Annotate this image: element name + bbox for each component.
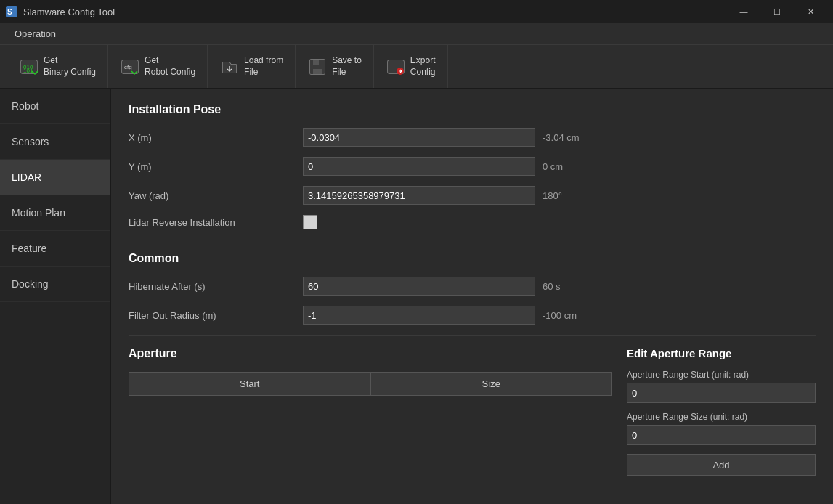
export-config-icon (386, 57, 406, 77)
filter-radius-label: Filter Out Radius (m) (129, 310, 303, 321)
get-robot-config-label: GetRobot Config (145, 55, 195, 78)
close-button[interactable]: ✕ (794, 0, 827, 23)
menu-bar: Operation (0, 23, 833, 45)
filter-radius-input[interactable] (303, 306, 535, 325)
maximize-button[interactable]: ☐ (760, 0, 794, 23)
form-row-x: X (m) -3.04 cm (129, 128, 816, 147)
sidebar-item-lidar[interactable]: LIDAR (0, 160, 110, 195)
yaw-input[interactable] (303, 186, 535, 205)
yaw-unit: 180° (543, 190, 586, 201)
form-row-yaw: Yaw (rad) 180° (129, 186, 816, 205)
aperture-table-area: Aperture Start Size (129, 347, 612, 396)
hibernate-unit: 60 s (543, 281, 586, 292)
sidebar-item-sensors[interactable]: Sensors (0, 124, 110, 160)
minimize-button[interactable]: — (727, 0, 760, 23)
installation-pose-title: Installation Pose (129, 103, 816, 116)
aperture-range-start-label: Aperture Range Start (unit: rad) (627, 370, 816, 380)
load-from-file-label: Load fromFile (244, 55, 283, 78)
hibernate-label: Hibernate After (s) (129, 281, 303, 292)
form-row-hibernate: Hibernate After (s) 60 s (129, 277, 816, 296)
aperture-title: Aperture (129, 347, 612, 360)
title-bar: S Slamware Config Tool — ☐ ✕ (0, 0, 833, 23)
get-robot-config-button[interactable]: cfg GetRobot Config (108, 45, 208, 88)
svg-rect-11 (313, 60, 319, 65)
add-button[interactable]: Add (627, 454, 816, 476)
sidebar: Robot Sensors LIDAR Motion Plan Feature … (0, 89, 111, 504)
export-config-button[interactable]: ExportConfig (374, 45, 448, 88)
save-to-file-icon (307, 57, 328, 77)
x-input[interactable] (303, 128, 535, 147)
get-robot-config-icon: cfg (120, 57, 140, 77)
common-title: Common (129, 252, 816, 265)
yaw-label: Yaw (rad) (129, 190, 303, 201)
get-binary-config-button[interactable]: 010 101 GetBinary Config (7, 45, 108, 88)
sidebar-item-robot[interactable]: Robot (0, 89, 110, 124)
aperture-col-start: Start (129, 373, 371, 395)
get-binary-config-label: GetBinary Config (44, 55, 96, 78)
separator-2 (129, 335, 816, 336)
y-input[interactable] (303, 157, 535, 176)
aperture-range-size-input[interactable] (627, 425, 816, 445)
content-area: Installation Pose X (m) -3.04 cm Y (m) 0… (111, 89, 833, 504)
y-unit: 0 cm (543, 161, 586, 172)
main-layout: Robot Sensors LIDAR Motion Plan Feature … (0, 89, 833, 504)
aperture-table-header: Start Size (129, 372, 612, 396)
x-label: X (m) (129, 132, 303, 143)
edit-aperture-title: Edit Aperture Range (627, 347, 816, 359)
form-row-filter-radius: Filter Out Radius (m) -100 cm (129, 306, 816, 325)
svg-text:101: 101 (23, 68, 33, 74)
sidebar-item-docking[interactable]: Docking (0, 267, 110, 302)
save-to-file-label: Save toFile (332, 55, 362, 78)
aperture-range-start-input[interactable] (627, 383, 816, 403)
separator-1 (129, 240, 816, 240)
window-controls: — ☐ ✕ (727, 0, 827, 23)
y-label: Y (m) (129, 161, 303, 172)
sidebar-item-feature[interactable]: Feature (0, 231, 110, 267)
load-from-file-button[interactable]: Load fromFile (208, 45, 296, 88)
lidar-reverse-label: Lidar Reverse Installation (129, 217, 303, 228)
svg-text:cfg: cfg (124, 64, 132, 70)
get-binary-config-icon: 010 101 (19, 57, 39, 77)
x-unit: -3.04 cm (543, 132, 586, 143)
aperture-col-size: Size (371, 373, 612, 395)
menu-item-operation[interactable]: Operation (6, 25, 65, 42)
aperture-container: Aperture Start Size Edit Aperture Range … (129, 347, 816, 476)
title-bar-left: S Slamware Config Tool (6, 6, 115, 17)
window-title: Slamware Config Tool (23, 7, 115, 17)
load-from-file-icon (219, 57, 240, 77)
save-to-file-button[interactable]: Save toFile (296, 45, 374, 88)
export-config-label: ExportConfig (410, 55, 436, 78)
aperture-range-size-label: Aperture Range Size (unit: rad) (627, 412, 816, 422)
svg-text:S: S (7, 8, 12, 16)
sidebar-item-motion-plan[interactable]: Motion Plan (0, 195, 110, 231)
app-icon: S (6, 6, 17, 17)
hibernate-input[interactable] (303, 277, 535, 296)
edit-aperture-panel: Edit Aperture Range Aperture Range Start… (627, 347, 816, 476)
form-row-y: Y (m) 0 cm (129, 157, 816, 176)
form-row-lidar-reverse: Lidar Reverse Installation (129, 215, 816, 229)
toolbar: 010 101 GetBinary Config cfg GetRobot Co… (0, 45, 833, 89)
lidar-reverse-checkbox[interactable] (303, 215, 317, 229)
filter-radius-unit: -100 cm (543, 310, 586, 321)
